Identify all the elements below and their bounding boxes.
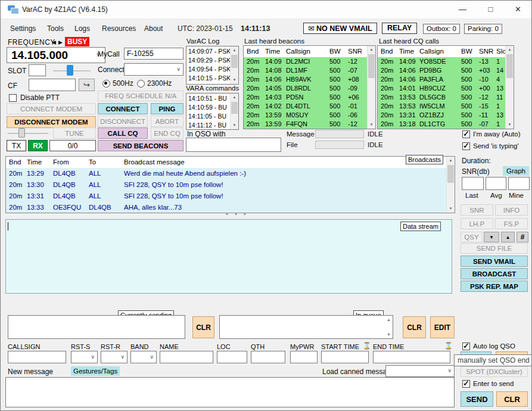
varac-log-list[interactable]: ▲▼ 14:09:07 - PSK14:09:29 - PSK14:09:54 … [186,46,239,85]
splitter-handle[interactable]: • • • [226,210,248,217]
log-line[interactable]: 14:09:07 - PSK [188,47,231,56]
resize-grip[interactable]: ⋱ [525,403,530,409]
log-line[interactable]: 14:11:12 - BU [188,121,231,130]
canned-message-select[interactable]: ∨ [385,365,455,377]
qsy-button[interactable]: QSY [461,232,483,242]
scrollbar[interactable]: ▲▼ [446,157,455,213]
auto-log-checkbox[interactable] [462,342,470,350]
disable-ptt-checkbox[interactable] [9,94,17,102]
table-row[interactable]: 20m14:08DL1MF500-07 [244,66,375,75]
tune-slider-track[interactable] [8,133,48,134]
table-row[interactable]: 20m13:18DL1CTG500-071 [378,120,514,129]
table-row[interactable]: 20m14:01HB9CUZ500+0013 [378,84,514,93]
disconnect-modem-button[interactable]: DISCONNECT MODEM [7,116,96,128]
start-time-hourglass-icon[interactable]: ⌛ [363,342,371,350]
log-line[interactable]: 14:10:15 - PSK [188,74,231,83]
scrollbar[interactable]: ▲▼ [367,46,375,129]
table-row[interactable]: 20m13:59M0SUY500-06 [244,111,375,120]
data-stream-area[interactable] [5,219,452,294]
table-row[interactable]: 20m14:06PA3FLA500-104 [378,75,514,84]
table-row[interactable]: 20m13:53DL5GCB500-1211 [378,93,514,102]
disconnect-button[interactable]: DISCONNECT [98,116,148,127]
log-line[interactable]: 14:09:54 - PSK [188,65,231,74]
abort-button[interactable]: ABORT [151,116,183,127]
send-button[interactable]: SEND [461,391,493,407]
slot-input[interactable] [29,64,46,76]
in-qso-input[interactable] [186,138,281,152]
ping-button[interactable]: PING [151,103,183,114]
enter-to-send-checkbox[interactable] [462,380,470,388]
menu-tools[interactable]: Tools [47,24,64,33]
end-time-hourglass-icon[interactable]: ⌛ [444,342,453,350]
connect-button[interactable]: CONNECT [98,103,148,114]
table-row[interactable]: 20m14:02DL4DTL500-01 [244,102,375,111]
scroll-down-icon[interactable]: ▼ [387,332,391,337]
call-cq-button[interactable]: CALL CQ [98,127,148,139]
end-cq-button[interactable]: END CQ [151,127,183,139]
currently-sending-box[interactable] [8,315,185,339]
mycall-input[interactable]: F-10255 [124,48,183,60]
send-vmail-button[interactable]: SEND VMAIL [461,256,528,267]
scroll-up-icon[interactable]: ▲ [387,317,391,322]
qsy-hash-button[interactable]: # [517,232,528,242]
log-line[interactable]: 14:09:29 - PSK [188,56,231,65]
log-line[interactable]: 14:11:05 - BU [188,112,231,121]
outbox-counter[interactable]: Outbox: 0 [423,24,460,34]
connect-callsign-select[interactable]: ∨ [124,63,183,76]
im-away-checkbox[interactable] [462,130,470,138]
scrollbar[interactable]: ▲▼ [230,94,238,129]
table-row[interactable]: 20m14:09YO8SDE500-131 [378,57,514,66]
message-clear-button[interactable]: CLR [496,391,528,407]
table-row[interactable]: 20m14:09DL2MCI500-12 [244,57,375,66]
table-row[interactable]: 20m14:06PD9BG500+0314 [378,66,514,75]
gestures-tags-link[interactable]: Gestures/Tags [71,366,120,376]
bw-2300hz-radio[interactable] [137,80,145,88]
bw-500hz-radio[interactable] [102,80,110,88]
slot-slider-thumb[interactable] [67,65,73,76]
table-row[interactable]: 20m13:29DL4QBALLWerd die mal heute Abend… [6,168,455,179]
end-time-input[interactable] [373,351,450,363]
connect-modem-button[interactable]: CONNECT MODEM [7,103,96,114]
table-row[interactable]: 20m14:06HB9AVK500+08 [244,75,375,84]
tune-button[interactable]: TUNE [53,127,96,139]
log-line[interactable]: 14:10:59 - BU [188,103,231,112]
tune-slider-thumb[interactable] [18,128,25,138]
maximize-button[interactable]: □ [477,1,504,18]
menu-resources[interactable]: Resources [102,24,136,33]
loc-input[interactable] [217,351,247,363]
graph-toggle[interactable]: Graph [503,166,529,176]
table-row[interactable]: 20m13:59F4FQN500-12 [244,120,375,129]
send-beacons-button[interactable]: SEND BEACONS [98,140,183,151]
new-message-textarea[interactable] [5,377,455,407]
cf-apply-arrow-icon[interactable]: ↪ [79,79,95,91]
queue-clear-button[interactable]: CLR [403,316,426,338]
table-row[interactable]: 20m13:31OZ1BZJ500-1113 [378,111,514,120]
scrollbar[interactable]: ▲▼ [505,46,514,129]
table-row[interactable]: 20m13:53IW5CLM500-151 [378,102,514,111]
in-queue-box[interactable]: ▲ ▼ [219,315,393,339]
band-select[interactable]: ∨ [130,351,157,363]
spot-dxcluster-button[interactable]: SPOT (DXCluster) [461,366,528,377]
freq-up-arrow-icon[interactable]: ▶ [58,39,63,45]
callsign-input[interactable] [8,351,66,363]
psk-reporter-map-button[interactable]: PSK REP. MAP [461,281,528,292]
close-button[interactable]: ✕ [505,1,531,18]
freq-down-arrow-icon[interactable]: ◀ [52,39,56,45]
scrollbar[interactable]: ▲▼ [230,46,238,84]
queue-edit-button[interactable]: EDIT [430,316,455,338]
send-typing-checkbox[interactable] [462,142,470,150]
parking-counter[interactable]: Parking: 0 [464,24,502,34]
menu-logs[interactable]: Logs [74,24,90,33]
table-row[interactable]: 20m14:03PD5N500+06 [244,93,375,102]
table-row[interactable]: 20m13:30DL4QBALLSFI 228, QSY to 10m pse … [6,179,455,191]
relay-indicator[interactable]: RELAY [382,23,417,34]
lhp-button[interactable]: LH.P [461,218,493,229]
qth-input[interactable] [251,351,285,363]
vmail-indicator[interactable]: ✉ NO NEW VMAIL [303,23,377,34]
log-line[interactable]: 14:10:51 - BU [188,94,231,103]
fsp-button[interactable]: FS.P [495,218,528,229]
cf-input[interactable] [29,79,76,91]
rst-s-select[interactable]: ∨ [71,351,98,363]
mypwr-input[interactable] [290,351,318,363]
qsy-down-button[interactable]: ▼ [484,232,499,242]
